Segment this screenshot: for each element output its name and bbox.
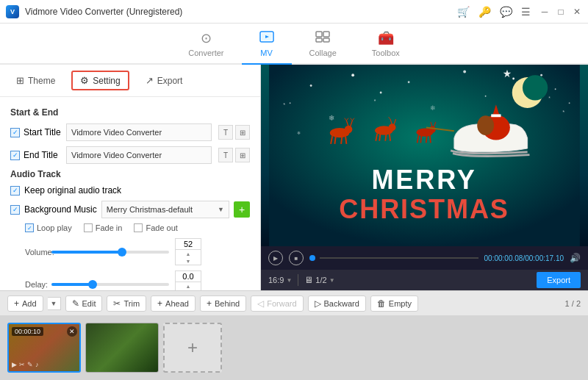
delay-up-button[interactable]: ▲: [176, 282, 201, 290]
svg-point-15: [380, 92, 382, 94]
clip-timeline: 00:00:10 ✕ ▶ ✂ ✎ ♪ +: [0, 315, 588, 380]
volume-icon[interactable]: 🔊: [570, 253, 581, 263]
add-clip-button[interactable]: +: [163, 323, 222, 373]
behind-icon: +: [207, 298, 212, 309]
subnav-setting[interactable]: ⚙ Setting: [71, 71, 129, 90]
trim-button[interactable]: ✂ Trim: [107, 295, 146, 312]
divider-1: [298, 274, 298, 286]
end-title-text-icon[interactable]: T: [218, 148, 233, 162]
delay-row: Delay: 0.0 ▲ ▼: [10, 270, 250, 290]
title-bar-right: 🛒 🔑 💬 ☰ ─ □ ✕: [457, 6, 582, 18]
end-title-checkbox[interactable]: [10, 151, 20, 160]
close-button[interactable]: ✕: [572, 7, 582, 17]
video-controls: ▶ ■ 00:00:00.08/00:00:17.10 🔊: [261, 246, 588, 270]
add-button[interactable]: + Add: [7, 295, 43, 312]
svg-point-21: [523, 75, 548, 100]
tab-toolbox[interactable]: 🧰 Toolbox: [354, 26, 417, 65]
svg-text:*: *: [548, 96, 551, 101]
forward-label: Forward: [267, 299, 296, 308]
volume-slider[interactable]: [51, 251, 169, 254]
start-title-input[interactable]: Vidmore Video Converter: [66, 123, 212, 141]
subnav-export-label: Export: [157, 76, 183, 86]
page-value: 1/2: [315, 276, 326, 284]
svg-point-12: [512, 78, 514, 80]
theme-icon: ⊞: [16, 75, 24, 86]
start-title-grid-icon[interactable]: ⊞: [235, 125, 250, 140]
start-title-label: Start Title: [24, 127, 61, 137]
cart-icon[interactable]: 🛒: [457, 6, 470, 18]
volume-up-button[interactable]: ▲: [176, 250, 201, 257]
tab-converter[interactable]: ⊙ Converter: [171, 26, 241, 65]
delay-label: Delay:: [10, 280, 46, 289]
end-title-grid-icon[interactable]: ⊞: [235, 148, 250, 162]
ahead-label: Ahead: [165, 299, 189, 308]
start-title-text-icon[interactable]: T: [218, 125, 233, 140]
clip-1-cut-icon: ✂: [19, 361, 25, 368]
mv-icon: [259, 31, 274, 46]
chat-icon[interactable]: 💬: [500, 6, 512, 18]
svg-line-44: [379, 134, 380, 141]
menu-icon[interactable]: ☰: [521, 6, 531, 18]
time-display: 00:00:00.08/00:00:17.10: [484, 254, 564, 262]
svg-point-30: [345, 126, 353, 134]
clip-1-play-icon: ▶: [12, 361, 17, 368]
clip-1-duration: 00:00:10: [12, 327, 43, 336]
loop-play-checkbox[interactable]: [25, 223, 34, 232]
svg-point-13: [555, 88, 556, 90]
svg-point-10: [408, 81, 410, 83]
fade-out-checkbox[interactable]: [134, 223, 143, 232]
page-indicator: 1 / 2: [565, 299, 581, 308]
tab-collage[interactable]: Collage: [292, 26, 354, 65]
title-bar: V Vidmore Video Converter (Unregistered)…: [0, 0, 588, 24]
export-button[interactable]: Export: [537, 272, 581, 288]
tab-mv[interactable]: MV: [242, 26, 292, 65]
svg-text:❄: ❄: [430, 104, 436, 112]
clip-item-1[interactable]: 00:00:10 ✕ ▶ ✂ ✎ ♪: [7, 323, 81, 373]
keep-original-row: Keep original audio track: [10, 185, 250, 196]
maximize-button[interactable]: □: [556, 7, 566, 17]
bottom-controls-bar: 16:9 ▼ 🖥 1/2 ▼ Export: [261, 270, 588, 290]
start-title-checkbox[interactable]: [10, 128, 20, 137]
empty-label: Empty: [389, 299, 412, 308]
subnav-setting-label: Setting: [93, 76, 120, 86]
tab-toolbox-label: Toolbox: [372, 49, 400, 57]
ahead-icon: +: [157, 298, 162, 309]
key-icon[interactable]: 🔑: [478, 6, 491, 18]
behind-button[interactable]: + Behind: [200, 295, 246, 312]
svg-text:*: *: [283, 101, 285, 108]
empty-button[interactable]: 🗑 Empty: [370, 295, 418, 312]
progress-thumb[interactable]: [309, 255, 315, 261]
play-button[interactable]: ▶: [268, 251, 283, 265]
audio-options-row: Loop play Fade in Fade out: [10, 223, 250, 232]
delay-value: 0.0: [176, 271, 201, 282]
clip-1-icons: ▶ ✂ ✎ ♪: [12, 361, 39, 368]
svg-line-53: [420, 135, 421, 143]
delay-slider[interactable]: [51, 283, 169, 286]
ahead-button[interactable]: + Ahead: [151, 295, 196, 312]
minimize-button[interactable]: ─: [539, 7, 550, 17]
subnav-export[interactable]: ↗ Export: [138, 72, 190, 89]
start-title-checkbox-wrapper: Start Title: [10, 127, 62, 137]
svg-line-45: [385, 134, 386, 141]
add-music-button[interactable]: +: [234, 201, 250, 218]
progress-bar[interactable]: [320, 257, 478, 259]
clip-1-close-button[interactable]: ✕: [67, 326, 77, 337]
volume-down-button[interactable]: ▼: [176, 257, 201, 265]
subnav-theme[interactable]: ⊞ Theme: [9, 72, 62, 89]
loop-play-label: Loop play: [37, 223, 72, 232]
bg-music-checkbox[interactable]: [10, 205, 20, 215]
bg-music-select[interactable]: Merry Christmas-default ▼: [101, 201, 229, 218]
volume-spinner[interactable]: 52 ▲ ▼: [175, 238, 201, 265]
music-select-arrow: ▼: [218, 206, 224, 213]
fade-in-checkbox[interactable]: [84, 223, 93, 232]
edit-button[interactable]: ✎ Edit: [65, 295, 103, 312]
keep-original-checkbox[interactable]: [10, 186, 20, 196]
end-title-input[interactable]: Vidmore Video Converter: [66, 146, 212, 164]
forward-button[interactable]: ◁ Forward: [251, 295, 303, 312]
clip-item-2[interactable]: [85, 323, 159, 373]
stop-button[interactable]: ■: [289, 251, 304, 265]
ratio-select[interactable]: 16:9 ▼: [268, 276, 292, 284]
backward-button[interactable]: ▷ Backward: [308, 295, 366, 312]
delay-spinner[interactable]: 0.0 ▲ ▼: [175, 270, 201, 290]
add-dropdown-button[interactable]: ▼: [48, 297, 61, 310]
